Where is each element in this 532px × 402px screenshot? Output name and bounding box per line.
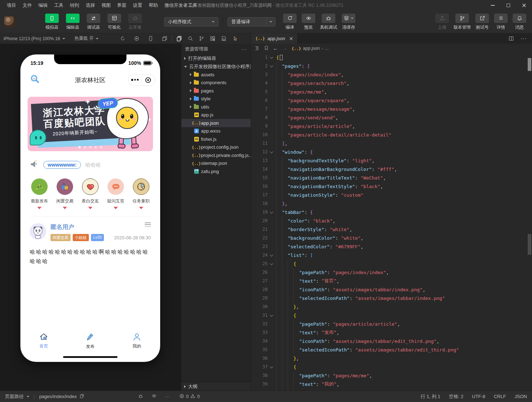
menu-工具[interactable]: 工具 — [51, 0, 67, 11]
minimize-button[interactable] — [485, 0, 500, 11]
code-line-27[interactable]: 27"text": "首页", — [251, 277, 527, 285]
code-line-38[interactable]: 38"pagePath": "pages/me/me", — [251, 371, 527, 380]
device-frame-icon[interactable] — [148, 36, 153, 41]
grid-item-闲置交易[interactable]: 闲置交易 — [54, 178, 75, 209]
grid-item-任务兼职[interactable]: 任务兼职 — [131, 178, 152, 209]
tabbar-item-我的[interactable]: 我的 — [114, 332, 160, 350]
touch-hand-icon[interactable] — [232, 36, 238, 41]
menu-选择[interactable]: 选择 — [82, 0, 98, 11]
code-line-2[interactable]: 2"pages": [ — [251, 62, 527, 70]
breadcrumb-more[interactable]: ... — [325, 46, 329, 51]
code-line-13[interactable]: 13"backgroundTextStyle": "light", — [251, 156, 527, 165]
code-line-3[interactable]: 3"pages/index/index", — [251, 70, 527, 79]
code-line-40[interactable]: 40"iconPath": "assets/images/tabbar/my_s… — [251, 388, 527, 391]
scrollbar-thumb[interactable] — [528, 58, 531, 71]
grid-item-最新发布[interactable]: 最新发布 — [29, 178, 50, 209]
indent-setting[interactable]: 空格: 2 — [449, 393, 463, 400]
maximize-button[interactable] — [500, 0, 516, 11]
fold-chevron-icon[interactable] — [270, 210, 273, 214]
hot-reload-toggle[interactable]: 热重载 开 — [75, 35, 99, 42]
code-line-37[interactable]: 37{ — [251, 363, 527, 371]
grid-item-表白交友[interactable]: 表白交友 — [80, 178, 101, 209]
scheme-branch-icon[interactable] — [199, 36, 204, 41]
carousel-dot[interactable] — [89, 146, 91, 148]
carousel-dot[interactable] — [95, 146, 97, 148]
code-line-35[interactable]: 35"selectedIconPath": "assets/images/tab… — [251, 345, 527, 354]
menu-转到[interactable]: 转到 — [67, 0, 82, 11]
code-line-31[interactable]: 31{ — [251, 311, 527, 320]
eye-icon[interactable] — [151, 393, 157, 399]
breadcrumb-file[interactable]: {..} app.json › ... — [292, 46, 329, 51]
more-actions-icon[interactable]: ··· — [521, 35, 526, 42]
fold-chevron-icon[interactable] — [270, 253, 273, 257]
bookmark-icon[interactable] — [264, 46, 269, 52]
post-username[interactable]: 匿名用户 — [51, 223, 151, 231]
fold-column[interactable] — [268, 211, 276, 214]
code-line-7[interactable]: 7"pages/message/message", — [251, 105, 527, 113]
code-line-21[interactable]: 21"borderStyle": "white", — [251, 225, 527, 234]
fold-column[interactable] — [268, 254, 276, 257]
panel-button-模拟器[interactable]: 模拟器 — [43, 14, 61, 30]
problems-indicator[interactable]: 0 0 — [179, 394, 200, 399]
menu-视图[interactable]: 视图 — [98, 0, 114, 11]
code-line-28[interactable]: 28"iconPath": "assets/images/tabbar/inde… — [251, 285, 527, 294]
panel-button-编辑器[interactable]: 编辑器 — [64, 14, 82, 30]
record-icon[interactable] — [134, 36, 139, 41]
action-清缓存[interactable]: 清缓存 — [340, 14, 357, 30]
code-line-18[interactable]: 18}, — [251, 199, 527, 208]
language-mode[interactable]: JSON — [514, 394, 527, 399]
tab-app-json[interactable]: {..} app.json ✕ — [251, 33, 298, 44]
compile-mode-select[interactable]: 普通编译 — [227, 17, 275, 27]
forward-icon[interactable]: → — [282, 46, 287, 51]
code-line-23[interactable]: 23"selectedColor": "#6799FF", — [251, 242, 527, 251]
fold-chevron-icon[interactable] — [270, 150, 273, 153]
fold-column[interactable] — [268, 56, 276, 59]
outline-section[interactable]: 大纲 — [181, 382, 251, 391]
code-line-17[interactable]: 17"navigationStyle": "custom" — [251, 191, 527, 199]
code-line-39[interactable]: 39"text": "我的", — [251, 380, 527, 388]
code-line-30[interactable]: 30}, — [251, 302, 527, 311]
code-line-10[interactable]: 10"pages/article-detail/article-detail" — [251, 130, 527, 139]
back-icon[interactable]: ← — [273, 46, 278, 51]
page-stack-icon[interactable] — [176, 36, 182, 42]
fold-chevron-icon[interactable] — [270, 64, 273, 67]
editor-scrollbar[interactable] — [527, 53, 532, 391]
action-测试号[interactable]: 测试号 — [474, 14, 490, 30]
action-消息[interactable]: 消息 — [511, 14, 528, 30]
more-menu-icon[interactable] — [128, 79, 142, 81]
search-icon[interactable] — [188, 36, 193, 41]
tree-folder-utils[interactable]: utils — [181, 103, 251, 111]
tree-file-fishei.js[interactable]: JSfishei.js — [181, 135, 251, 143]
code-line-16[interactable]: 16"navigationBarTextStyle": "black", — [251, 182, 527, 191]
code-line-24[interactable]: 24"list": [ — [251, 251, 527, 259]
code-line-19[interactable]: 19"tabBar": { — [251, 208, 527, 216]
code-line-6[interactable]: 6"pages/square/square", — [251, 96, 527, 105]
carousel-dots[interactable] — [78, 146, 102, 148]
tab-close-icon[interactable]: ✕ — [289, 36, 293, 41]
encoding[interactable]: UTF-8 — [472, 394, 485, 399]
tree-file-project.config.json[interactable]: {..}project.config.json — [181, 143, 251, 152]
copy-icon[interactable] — [80, 394, 84, 399]
more-icon[interactable]: ··· — [165, 394, 169, 399]
device-select[interactable]: iPhone 12/13 (Pro) 100% 16 — [4, 36, 65, 41]
tree-section-open-editors[interactable]: 打开的编辑器 — [181, 54, 251, 63]
code-line-20[interactable]: 20"color": "black", — [251, 216, 527, 225]
banner-carousel[interactable]: 浙江农林大学 百度贴吧团队 2020年纳新开始啦~ YEP — [28, 97, 153, 151]
page-path-label[interactable]: 页面路径 — [5, 393, 24, 400]
code-line-8[interactable]: 8"pages/send/send", — [251, 113, 527, 122]
fold-column[interactable] — [268, 65, 276, 67]
panel-button-调试器[interactable]: 调试器 — [85, 14, 102, 30]
menu-设置[interactable]: 设置 — [130, 0, 145, 11]
tree-folder-components[interactable]: components — [181, 79, 251, 87]
tree-folder-pages[interactable]: pages — [181, 87, 251, 95]
code-line-32[interactable]: 32"pagePath": "pages/article/article", — [251, 320, 527, 328]
tree-file-zafu.png[interactable]: zafu.png — [181, 167, 251, 176]
action-真机调试[interactable]: 真机调试 — [318, 14, 339, 30]
outline-list-icon[interactable] — [255, 46, 260, 52]
code-line-15[interactable]: 15"navigationBarTitleText": "WeChat", — [251, 173, 527, 182]
carousel-dot[interactable] — [84, 146, 86, 148]
code-line-25[interactable]: 25{ — [251, 259, 527, 268]
tabbar-item-首页[interactable]: 首页 — [20, 332, 67, 350]
carousel-dot[interactable] — [100, 146, 102, 148]
storage-file-icon[interactable] — [221, 36, 226, 41]
